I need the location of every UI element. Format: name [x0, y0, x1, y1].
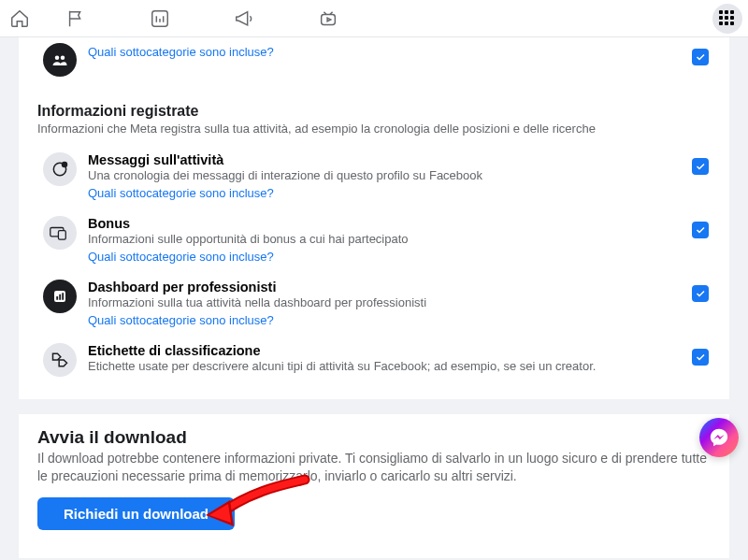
top-nav [0, 0, 748, 37]
labels-icon [43, 343, 77, 377]
svg-rect-10 [59, 294, 61, 300]
category-item-bonus: Bonus Informazioni sulle opportunità di … [37, 208, 711, 272]
item-title: Bonus [88, 216, 690, 231]
nav-video[interactable] [318, 8, 402, 29]
bonus-icon [43, 216, 77, 250]
home-icon [9, 8, 30, 29]
nav-home[interactable] [9, 8, 65, 29]
svg-point-5 [63, 163, 67, 167]
subcategories-link[interactable]: Quali sottocategorie sono incluse? [88, 313, 274, 327]
megaphone-icon [234, 8, 254, 29]
video-icon [318, 8, 338, 29]
svg-rect-11 [62, 293, 64, 300]
svg-point-3 [61, 56, 65, 61]
category-item-partial: Quali sottocategorie sono incluse? [37, 41, 711, 86]
svg-rect-7 [58, 231, 65, 239]
apps-grid-icon [719, 10, 736, 27]
download-desc: Il download potrebbe contenere informazi… [37, 450, 711, 485]
item-title: Dashboard per professionisti [88, 280, 690, 294]
checkbox-prodash[interactable] [692, 285, 709, 302]
download-panel: Avvia il download Il download potrebbe c… [19, 414, 729, 559]
request-download-button[interactable]: Richiedi un download [37, 497, 235, 530]
section-title-logged: Informazioni registrate [37, 103, 711, 120]
section-desc-logged: Informazioni che Meta registra sulla tua… [37, 122, 711, 136]
nav-icon-row [9, 8, 402, 29]
checkbox-labels[interactable] [692, 349, 709, 366]
pro-dashboard-icon [43, 280, 77, 313]
nav-dashboard[interactable] [150, 8, 234, 29]
download-title: Avvia il download [37, 427, 711, 448]
activity-icon [43, 152, 77, 186]
messenger-icon [709, 427, 729, 448]
subcategories-link[interactable]: Quali sottocategorie sono incluse? [88, 186, 274, 200]
item-desc: Informazioni sulle opportunità di bonus … [88, 232, 690, 248]
checkbox-bonus[interactable] [692, 222, 709, 238]
flag-icon [65, 8, 86, 29]
nav-flag[interactable] [65, 8, 150, 29]
people-icon [43, 43, 77, 77]
item-desc: Etichette usate per descrivere alcuni ti… [88, 359, 690, 375]
dashboard-icon [150, 8, 170, 29]
item-desc: Informazioni sulla tua attività nella da… [88, 295, 690, 311]
item-title: Messaggi sull'attività [88, 152, 690, 167]
subcategories-link[interactable]: Quali sottocategorie sono incluse? [88, 250, 274, 264]
nav-megaphone[interactable] [234, 8, 318, 29]
checkbox-partial[interactable] [692, 49, 709, 65]
main-panel: Quali sottocategorie sono incluse? Infor… [19, 37, 729, 399]
checkbox-activity[interactable] [692, 158, 709, 175]
svg-rect-9 [56, 296, 58, 300]
svg-point-2 [55, 56, 60, 61]
subcategories-link[interactable]: Quali sottocategorie sono incluse? [88, 45, 274, 59]
category-item-activity: Messaggi sull'attività Una cronologia de… [37, 145, 711, 208]
svg-rect-1 [322, 14, 336, 24]
category-item-prodash: Dashboard per professionisti Informazion… [37, 272, 711, 336]
messenger-fab[interactable] [699, 418, 739, 457]
item-title: Etichette di classificazione [88, 343, 690, 358]
category-item-labels: Etichette di classificazione Etichette u… [37, 336, 711, 384]
apps-menu-button[interactable] [712, 4, 742, 34]
item-desc: Una cronologia dei messaggi di interazio… [88, 168, 690, 184]
